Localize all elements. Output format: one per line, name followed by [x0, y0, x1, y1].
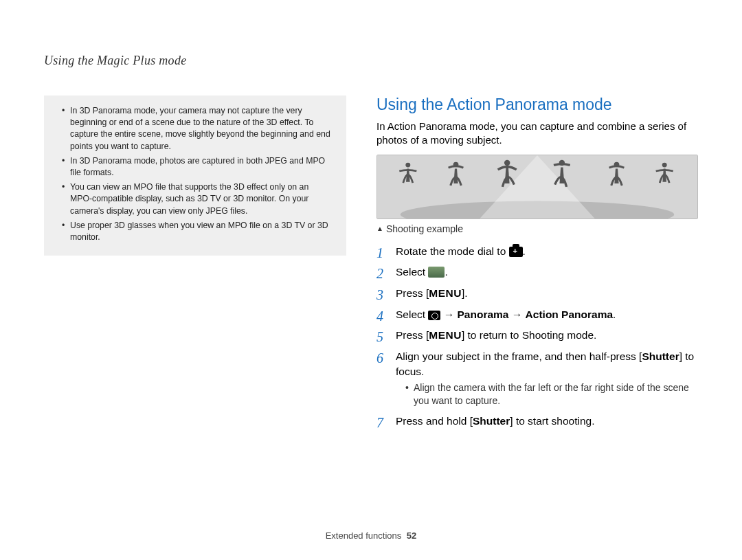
mode-dial-icon [509, 247, 523, 257]
example-caption: ▲Shooting example [376, 223, 699, 234]
scene-icon [428, 267, 445, 278]
steps-list: 1 Rotate the mode dial to . 2 Select . 3… [376, 244, 699, 429]
note-item: In 3D Panorama mode, your camera may not… [62, 105, 331, 153]
note-box: In 3D Panorama mode, your camera may not… [44, 96, 346, 256]
menu-button-label: MENU [429, 329, 462, 341]
camera-icon [428, 311, 440, 320]
step-6: 6 Align your subject in the frame, and t… [376, 349, 699, 407]
step-1: 1 Rotate the mode dial to . [376, 244, 699, 259]
svg-point-4 [504, 159, 510, 165]
running-head: Using the Magic Plus mode [44, 54, 701, 68]
note-item: Use proper 3D glasses when you view an M… [62, 220, 331, 243]
footer-section: Extended functions [326, 530, 402, 541]
step-6-sub: Align the camera with the far left or th… [405, 381, 699, 407]
left-column: In 3D Panorama mode, your camera may not… [44, 96, 346, 435]
page-number: 52 [407, 530, 416, 541]
intro-text: In Action Panorama mode, you can capture… [376, 120, 699, 148]
shooting-example-image [376, 155, 698, 219]
svg-point-7 [662, 162, 667, 167]
step-4: 4 Select → Panorama → Action Panorama. [376, 307, 699, 322]
step-2: 2 Select . [376, 265, 699, 280]
step-7: 7 Press and hold [Shutter] to start shoo… [376, 414, 699, 429]
menu-button-label: MENU [429, 287, 462, 299]
svg-point-2 [405, 162, 410, 167]
step-3: 3 Press [MENU]. [376, 286, 699, 301]
step-5: 5 Press [MENU] to return to Shooting mod… [376, 328, 699, 343]
right-column: Using the Action Panorama mode In Action… [376, 96, 699, 435]
note-item: In 3D Panorama mode, photos are captured… [62, 155, 331, 179]
section-title: Using the Action Panorama mode [376, 96, 699, 114]
page-footer: Extended functions 52 [0, 530, 742, 541]
note-item: You can view an MPO file that supports t… [62, 181, 331, 217]
